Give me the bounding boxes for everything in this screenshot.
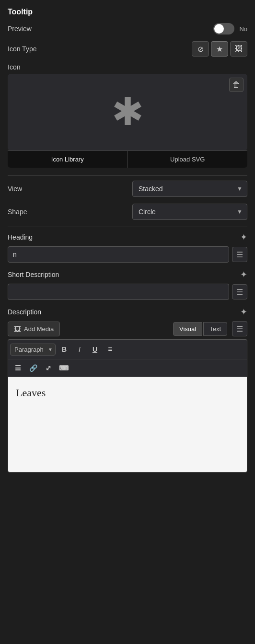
desc-sparkle-icon[interactable]: ✦ [240, 307, 247, 317]
icon-preview-wrapper: 🗑 ✱ Icon Library Upload SVG [8, 74, 247, 168]
desc-toolbar-top: 🖼 Add Media Visual Text ☰ [8, 321, 247, 336]
ordered-list-btn[interactable]: ☰ [11, 361, 24, 375]
divider-1 [8, 175, 247, 176]
heading-input-row: ☰ [8, 246, 247, 263]
view-row: View Stacked Inline Flat ▼ [8, 181, 247, 197]
star-icon-type-btn[interactable]: ★ [211, 41, 228, 57]
visual-text-group: Visual Text [173, 322, 227, 336]
link-btn[interactable]: 🔗 [26, 361, 40, 375]
divider-2 [8, 227, 247, 227]
toggle-knob [214, 24, 224, 34]
paragraph-select[interactable]: Paragraph Heading 1 Heading 2 [10, 344, 56, 356]
shape-dropdown[interactable]: Circle Square None [132, 204, 247, 220]
text-tab-btn[interactable]: Text [203, 322, 227, 336]
italic-btn[interactable]: I [73, 343, 86, 356]
icon-delete-btn[interactable]: 🗑 [229, 78, 243, 92]
short-desc-input[interactable] [8, 284, 229, 300]
heading-stack-btn[interactable]: ☰ [232, 247, 247, 262]
fullscreen-btn[interactable]: ⤢ [42, 361, 55, 375]
short-desc-input-row: ☰ [8, 284, 247, 300]
icon-library-tab[interactable]: Icon Library [8, 151, 128, 168]
shape-row: Shape Circle Square None ▼ [8, 204, 247, 220]
preview-label: Preview [8, 25, 32, 33]
icon-type-group: ⊘ ★ 🖼 [192, 41, 247, 57]
view-dropdown[interactable]: Stacked Inline Flat [132, 181, 247, 197]
short-desc-section-row: Short Description ✦ [8, 269, 247, 280]
editor-toolbar-1: Paragraph Heading 1 Heading 2 ▼ B I U ≡ [8, 339, 247, 359]
short-desc-stack-btn[interactable]: ☰ [232, 284, 247, 299]
icon-label: Icon [8, 63, 20, 71]
heading-section-row: Heading ✦ [8, 232, 247, 242]
asterisk-icon: ✱ [112, 93, 144, 131]
desc-right-controls: Visual Text ☰ [173, 321, 247, 336]
main-panel: Tooltip Preview No Icon Type ⊘ ★ 🖼 Icon … [0, 0, 255, 480]
none-icon-type-btn[interactable]: ⊘ [192, 41, 209, 57]
add-media-btn[interactable]: 🖼 Add Media [8, 322, 60, 336]
shape-dropdown-wrapper: Circle Square None ▼ [132, 204, 247, 220]
panel-title: Tooltip [8, 8, 247, 16]
preview-toggle-text: No [239, 25, 247, 33]
heading-input[interactable] [8, 246, 229, 263]
keyboard-btn[interactable]: ⌨ [57, 361, 70, 375]
short-desc-sparkle-icon[interactable]: ✦ [240, 269, 247, 280]
preview-toggle[interactable] [213, 23, 234, 34]
heading-section-label: Heading [8, 233, 33, 241]
add-media-icon: 🖼 [14, 325, 21, 333]
desc-section-row: Description ✦ [8, 307, 247, 317]
icon-tabs: Icon Library Upload SVG [8, 150, 247, 168]
icon-type-label: Icon Type [8, 45, 36, 53]
desc-stack-btn[interactable]: ☰ [232, 321, 247, 336]
editor-content-text: Leaves [16, 387, 239, 399]
view-label: View [8, 185, 22, 193]
bold-btn[interactable]: B [58, 343, 71, 356]
preview-toggle-row: No [213, 23, 247, 34]
visual-tab-btn[interactable]: Visual [173, 322, 202, 336]
editor-content-area[interactable]: Leaves [8, 377, 247, 472]
icon-type-row: Icon Type ⊘ ★ 🖼 [8, 41, 247, 57]
icon-preview-area: 🗑 ✱ [8, 74, 247, 150]
paragraph-select-wrapper: Paragraph Heading 1 Heading 2 ▼ [10, 344, 56, 356]
short-desc-label: Short Description [8, 271, 59, 278]
add-media-label: Add Media [24, 325, 54, 333]
image-icon-type-btn[interactable]: 🖼 [230, 41, 247, 57]
unordered-list-btn[interactable]: ≡ [104, 343, 117, 356]
preview-row: Preview No [8, 23, 247, 34]
heading-sparkle-icon[interactable]: ✦ [240, 232, 247, 242]
upload-svg-tab[interactable]: Upload SVG [128, 151, 248, 168]
desc-label: Description [8, 308, 41, 316]
editor-toolbar-2: ☰ 🔗 ⤢ ⌨ [8, 359, 247, 377]
view-dropdown-wrapper: Stacked Inline Flat ▼ [132, 181, 247, 197]
underline-btn[interactable]: U [88, 343, 102, 356]
shape-label: Shape [8, 208, 27, 216]
